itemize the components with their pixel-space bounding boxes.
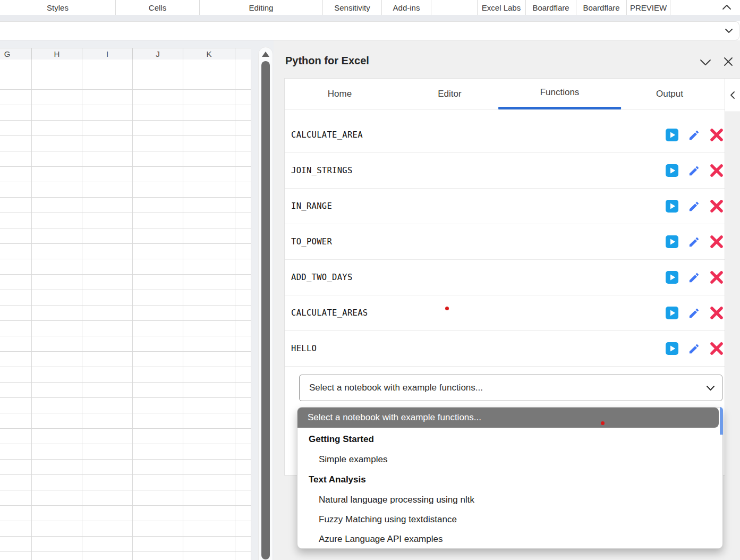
delete-function-x-icon[interactable] bbox=[710, 164, 724, 177]
pane-minimize-chevron-down-icon[interactable] bbox=[699, 57, 712, 67]
cursor-marker-dot bbox=[445, 307, 449, 310]
run-function-play-icon[interactable] bbox=[666, 271, 678, 284]
spreadsheet-area: G H I J bbox=[0, 40, 274, 560]
column-header[interactable]: I bbox=[82, 48, 133, 60]
ribbon-group-label: Styles bbox=[0, 0, 116, 15]
vertical-scrollbar[interactable] bbox=[258, 47, 273, 560]
formula-bar-expand-chevron-down-icon[interactable] bbox=[724, 27, 734, 35]
run-function-play-icon[interactable] bbox=[666, 235, 678, 248]
function-row: HELLO bbox=[285, 331, 725, 367]
dropdown-option[interactable]: Fuzzy Matching using textdistance bbox=[297, 510, 722, 529]
excel-window: Styles Cells Editing Sensitivity Add-ins bbox=[0, 0, 740, 560]
ribbon-group-label: Cells bbox=[116, 0, 200, 15]
pane-collapse-button[interactable] bbox=[725, 78, 740, 112]
function-row: ADD_TWO_DAYS bbox=[285, 260, 725, 295]
ribbon-group-label: Editing bbox=[200, 0, 323, 15]
pane-tab[interactable]: Editor bbox=[395, 79, 505, 109]
ribbon-group-label: Sensitivity bbox=[323, 0, 382, 15]
run-function-play-icon[interactable] bbox=[666, 307, 678, 319]
dropdown-focus-edge bbox=[720, 407, 723, 435]
dropdown-option[interactable]: Natural language processing using nltk bbox=[297, 490, 722, 510]
delete-function-x-icon[interactable] bbox=[710, 342, 724, 355]
function-row: JOIN_STRINGS bbox=[285, 153, 725, 189]
pane-tab[interactable]: Home bbox=[285, 79, 395, 109]
function-name: JOIN_STRINGS bbox=[291, 166, 353, 175]
edit-function-pencil-icon[interactable] bbox=[688, 200, 700, 213]
dropdown-option[interactable]: Simple examples bbox=[297, 449, 722, 469]
pane-title: Python for Excel bbox=[285, 55, 369, 67]
column-header-partial bbox=[235, 48, 251, 60]
function-name: HELLO bbox=[291, 344, 317, 353]
python-for-excel-pane: Python for Excel Home Editor bbox=[274, 40, 740, 560]
delete-function-x-icon[interactable] bbox=[710, 306, 724, 320]
pane-tab[interactable]: Output bbox=[615, 79, 725, 109]
cell-grid[interactable] bbox=[0, 60, 251, 560]
function-name: TO_POWER bbox=[291, 237, 332, 247]
ribbon-collapse-chevron-up-icon[interactable] bbox=[721, 3, 733, 12]
column-header[interactable]: K bbox=[183, 48, 235, 60]
function-name: IN_RANGE bbox=[291, 201, 332, 211]
delete-function-x-icon[interactable] bbox=[710, 270, 724, 284]
chevron-left-icon bbox=[729, 91, 736, 99]
notebook-dropdown-list: Select a notebook with example functions… bbox=[297, 407, 723, 549]
pane-tabbar: Home Editor Functions Output bbox=[285, 79, 725, 110]
run-function-play-icon[interactable] bbox=[666, 342, 678, 355]
cursor-marker-dot bbox=[601, 421, 605, 425]
formula-bar[interactable] bbox=[0, 21, 739, 40]
ribbon-group-row: Styles Cells Editing Sensitivity Add-ins bbox=[0, 0, 740, 15]
scrollbar-thumb[interactable] bbox=[261, 61, 270, 559]
scroll-up-arrow-icon[interactable] bbox=[262, 52, 269, 57]
delete-function-x-icon[interactable] bbox=[710, 199, 724, 213]
pane-card: Home Editor Functions Output bbox=[284, 78, 725, 476]
function-list: CALCULATE_AREA bbox=[285, 110, 725, 367]
column-headers: G H I J bbox=[0, 48, 251, 60]
function-row: CALCULATE_AREAS bbox=[285, 295, 725, 331]
function-row: IN_RANGE bbox=[285, 189, 725, 224]
column-header[interactable]: J bbox=[133, 48, 183, 60]
run-function-play-icon[interactable] bbox=[666, 129, 678, 141]
dropdown-option[interactable]: Text Analysis bbox=[297, 469, 722, 490]
ribbon-group-label: Add-ins bbox=[382, 0, 431, 15]
edit-function-pencil-icon[interactable] bbox=[688, 165, 700, 177]
ribbon-group-label: Excel Labs bbox=[431, 0, 526, 15]
function-name: CALCULATE_AREA bbox=[291, 130, 363, 140]
function-row: CALCULATE_AREA bbox=[285, 117, 725, 153]
dropdown-option[interactable]: Getting Started bbox=[297, 429, 722, 449]
edit-function-pencil-icon[interactable] bbox=[688, 307, 700, 319]
ribbon-groups: Styles Cells Editing Sensitivity Add-ins bbox=[0, 0, 740, 15]
column-header[interactable]: H bbox=[32, 48, 82, 60]
function-name: CALCULATE_AREAS bbox=[291, 308, 368, 318]
delete-function-x-icon[interactable] bbox=[710, 235, 724, 249]
edit-function-pencil-icon[interactable] bbox=[688, 271, 700, 284]
select-chevron-down-icon bbox=[706, 384, 715, 392]
ribbon-group-label: PREVIEW bbox=[627, 0, 670, 15]
function-row: TO_POWER bbox=[285, 224, 725, 260]
dropdown-selected-option[interactable]: Select a notebook with example functions… bbox=[297, 408, 719, 428]
ribbon-bottom-band bbox=[0, 15, 740, 21]
notebook-select-value: Select a notebook with example functions… bbox=[309, 383, 483, 393]
edit-function-pencil-icon[interactable] bbox=[688, 343, 700, 355]
pane-close-icon[interactable] bbox=[722, 56, 734, 67]
function-name: ADD_TWO_DAYS bbox=[291, 273, 353, 282]
run-function-play-icon[interactable] bbox=[666, 164, 678, 177]
delete-function-x-icon[interactable] bbox=[710, 128, 724, 142]
run-function-play-icon[interactable] bbox=[666, 200, 678, 213]
edit-function-pencil-icon[interactable] bbox=[688, 236, 700, 248]
notebook-select[interactable]: Select a notebook with example functions… bbox=[299, 375, 722, 401]
ribbon-group-label: Boardflare bbox=[576, 0, 627, 15]
ribbon-group-label: Boardflare bbox=[526, 0, 576, 15]
dropdown-option[interactable]: Azure Language API examples bbox=[297, 529, 722, 549]
column-header[interactable]: G bbox=[0, 48, 32, 60]
pane-tab[interactable]: Functions bbox=[505, 79, 615, 109]
edit-function-pencil-icon[interactable] bbox=[688, 129, 700, 141]
